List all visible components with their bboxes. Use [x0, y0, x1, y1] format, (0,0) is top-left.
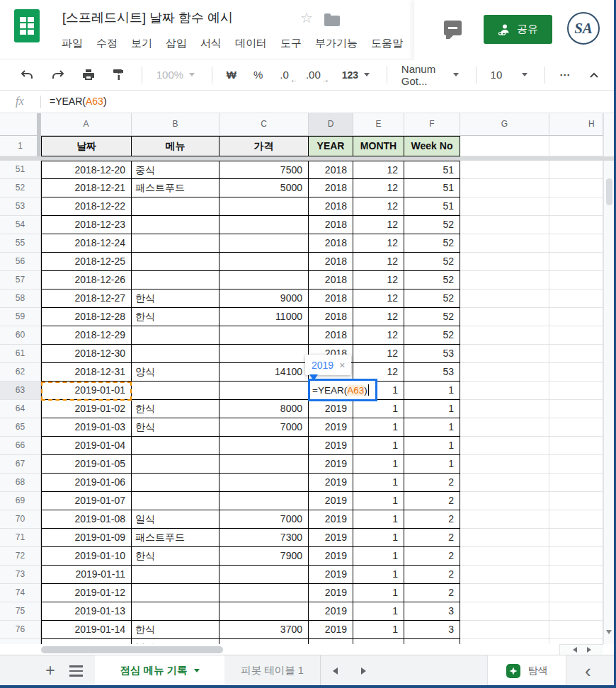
cell[interactable]: 12 — [353, 161, 404, 179]
star-outline-icon[interactable]: ☆ — [300, 9, 313, 26]
cell[interactable]: 2018-12-24 — [41, 234, 132, 253]
cell[interactable] — [132, 345, 219, 363]
row-header-62[interactable]: 62 — [0, 363, 41, 382]
freeze-handle[interactable] — [37, 113, 40, 156]
cell[interactable]: 2019 — [309, 602, 353, 621]
cell[interactable] — [549, 455, 603, 474]
scroll-right-arrow-icon[interactable] — [587, 647, 591, 653]
cell[interactable]: 2019 — [309, 510, 353, 529]
cell[interactable]: 2019-01-09 — [41, 529, 132, 547]
row-header-75[interactable]: 75 — [0, 602, 41, 621]
cell[interactable] — [132, 197, 219, 216]
cell[interactable]: 2019 — [309, 584, 353, 602]
cell[interactable]: 2 — [404, 566, 460, 584]
menu-item-file[interactable]: 파일 — [62, 37, 83, 50]
cell[interactable] — [132, 584, 219, 602]
cell[interactable] — [219, 326, 309, 345]
cell[interactable]: 2019-01-12 — [41, 584, 132, 602]
sheets-logo-icon[interactable] — [14, 9, 40, 42]
cell[interactable]: 2018-12-28 — [41, 308, 132, 326]
vertical-scrollbar-thumb[interactable] — [606, 178, 612, 205]
cell[interactable] — [132, 253, 219, 271]
cell[interactable]: 3700 — [219, 621, 309, 639]
cell[interactable] — [219, 234, 309, 253]
cell[interactable]: 7300 — [219, 529, 309, 547]
cell[interactable] — [549, 326, 603, 345]
cell[interactable] — [549, 510, 603, 529]
menu-item-insert[interactable]: 삽입 — [166, 37, 187, 50]
cell[interactable]: 1 — [353, 437, 404, 455]
cell[interactable]: 양식 — [132, 363, 219, 382]
cell[interactable]: 분식 — [132, 639, 219, 644]
cell[interactable] — [549, 253, 603, 271]
cell[interactable]: 2018 — [309, 271, 353, 289]
cell[interactable]: 1 — [353, 400, 404, 418]
explore-button[interactable]: 탐색 — [487, 655, 566, 686]
cell[interactable]: 52 — [404, 271, 460, 289]
cell[interactable]: 2018-12-20 — [41, 161, 132, 179]
row-header-58[interactable]: 58 — [0, 289, 41, 308]
sheet-tab-inactive[interactable]: 피봇 테이블 1 — [224, 655, 321, 686]
cell[interactable] — [219, 455, 309, 474]
row-header-68[interactable]: 68 — [0, 474, 41, 492]
menu-item-format[interactable]: 서식 — [200, 37, 222, 50]
header-cell-empty[interactable] — [460, 136, 549, 156]
cell[interactable] — [460, 308, 549, 326]
cell[interactable] — [549, 418, 603, 437]
cell[interactable] — [460, 437, 549, 455]
cell[interactable]: 17000 — [219, 639, 309, 644]
cell[interactable] — [549, 400, 603, 418]
cell[interactable] — [132, 602, 219, 621]
percent-format-button[interactable]: % — [253, 69, 263, 81]
menu-item-view[interactable]: 보기 — [131, 37, 152, 50]
column-header-c[interactable]: C — [219, 113, 309, 136]
cell[interactable]: 5000 — [219, 179, 309, 197]
cell[interactable]: 2018-12-21 — [41, 179, 132, 197]
row-header-76[interactable]: 76 — [0, 621, 41, 639]
cell[interactable]: 1 — [353, 547, 404, 566]
cell[interactable]: 2018-12-27 — [41, 289, 132, 308]
cell[interactable]: 한식 — [132, 547, 219, 566]
cell[interactable]: 12 — [353, 253, 404, 271]
cell[interactable] — [549, 602, 603, 621]
row-header-57[interactable]: 57 — [0, 271, 41, 289]
cell[interactable]: 2019-01-03 — [41, 418, 132, 437]
cell[interactable]: 2019-01-04 — [41, 437, 132, 455]
cell[interactable]: 2018-12-30 — [41, 345, 132, 363]
cell[interactable]: 한식 — [132, 289, 219, 308]
horizontal-scrollbar-thumb[interactable] — [41, 646, 223, 653]
cell[interactable]: 2018-12-25 — [41, 253, 132, 271]
cell[interactable]: 2019 — [309, 492, 353, 510]
cell[interactable]: 7000 — [219, 418, 309, 437]
row-header-73[interactable]: 73 — [0, 566, 41, 584]
cell[interactable] — [549, 547, 603, 566]
decrease-decimal-button[interactable]: .0← — [280, 69, 289, 81]
cell[interactable]: 1 — [404, 437, 460, 455]
header-cell[interactable]: Week No — [404, 136, 460, 156]
row-header-69[interactable]: 69 — [0, 492, 41, 510]
cell[interactable]: 12 — [353, 289, 404, 308]
cell[interactable] — [549, 216, 603, 234]
cell[interactable]: 2 — [404, 529, 460, 547]
cell[interactable]: 53 — [404, 345, 460, 363]
cell[interactable]: 2018 — [309, 234, 353, 253]
row-header-59[interactable]: 59 — [0, 308, 41, 326]
row-header-77[interactable]: 77 — [0, 639, 41, 644]
cell[interactable]: 2019 — [309, 621, 353, 639]
tab-scroll-left-icon[interactable] — [333, 667, 338, 675]
cell[interactable]: 53 — [404, 363, 460, 382]
scroll-down-arrow-icon[interactable] — [606, 630, 612, 634]
cell[interactable]: 12 — [353, 345, 404, 363]
cell[interactable] — [460, 234, 549, 253]
cell[interactable] — [549, 492, 603, 510]
cell[interactable]: 2018-12-29 — [41, 326, 132, 345]
share-button[interactable]: 공유 — [484, 15, 552, 44]
row-header-61[interactable]: 61 — [0, 345, 41, 363]
cell[interactable]: 2018 — [309, 253, 353, 271]
cell[interactable]: 52 — [404, 308, 460, 326]
cell[interactable]: 2018 — [309, 179, 353, 197]
menu-item-add-ons[interactable]: 부가기능 — [315, 37, 358, 50]
cell[interactable]: 2018 — [309, 216, 353, 234]
cell[interactable]: 2019-01-11 — [41, 566, 132, 584]
cell[interactable] — [460, 510, 549, 529]
